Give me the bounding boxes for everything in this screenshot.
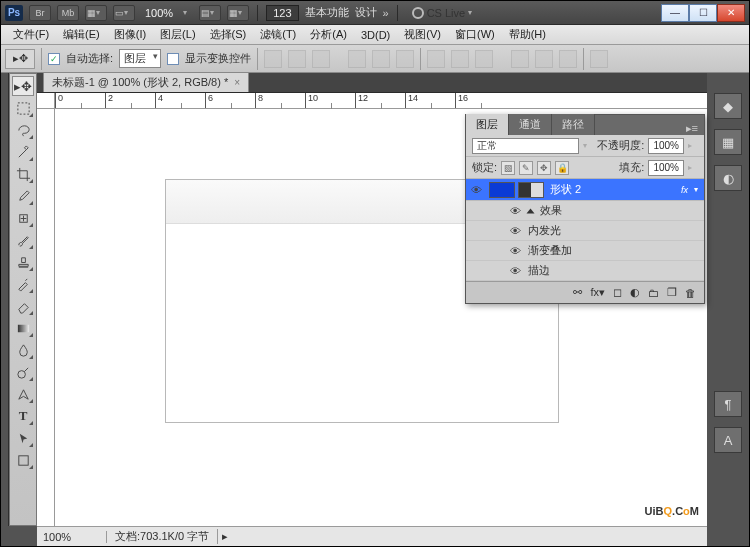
visibility-icon[interactable]: 👁 (510, 245, 524, 257)
screen-mode-button[interactable]: ▭▾ (113, 5, 135, 21)
pen-tool[interactable] (12, 384, 34, 404)
blend-mode-select[interactable]: 正常 (472, 138, 579, 154)
layer-style-icon[interactable]: fx▾ (590, 286, 605, 299)
wand-tool[interactable] (12, 142, 34, 162)
align-top-button[interactable] (264, 50, 282, 68)
menu-edit[interactable]: 编辑(E) (57, 25, 106, 44)
group-icon[interactable]: 🗀 (648, 287, 659, 299)
distribute-vcenter-button[interactable] (451, 50, 469, 68)
arrange-docs-button[interactable]: ▦▾ (85, 5, 107, 21)
panel-menu-icon[interactable]: ▸≡ (680, 122, 704, 135)
bridge-button[interactable]: Br (29, 5, 51, 21)
more-workspaces-icon[interactable]: » (383, 7, 389, 19)
type-tool[interactable]: T (12, 406, 34, 426)
ruler-vertical[interactable] (37, 109, 55, 526)
workspace-badge[interactable]: 123 (266, 5, 298, 21)
ruler-horizontal[interactable]: 0 2 4 6 8 10 12 14 16 (55, 93, 707, 109)
tab-channels[interactable]: 通道 (509, 114, 552, 135)
new-layer-icon[interactable]: ❐ (667, 286, 677, 299)
workspace-design[interactable]: 设计 (355, 5, 377, 20)
cslive-button[interactable]: CS Live▾ (412, 7, 479, 19)
eraser-tool[interactable] (12, 296, 34, 316)
document-tab[interactable]: 未标题-1 @ 100% (形状 2, RGB/8) * × (43, 72, 249, 92)
tab-layers[interactable]: 图层 (466, 114, 509, 135)
layer-row[interactable]: 👁 形状 2 fx ▾ (466, 179, 704, 201)
shape-tool[interactable] (12, 450, 34, 470)
visibility-icon[interactable]: 👁 (510, 225, 524, 237)
styles-icon[interactable]: ▦ (714, 129, 742, 155)
visibility-icon[interactable]: 👁 (510, 265, 524, 277)
menu-view[interactable]: 视图(V) (398, 25, 447, 44)
fill-arrow-icon[interactable]: ▸ (688, 163, 698, 172)
move-tool[interactable]: ▸✥ (12, 76, 34, 96)
status-zoom[interactable]: 100% (37, 531, 107, 543)
blur-tool[interactable] (12, 340, 34, 360)
menu-3d[interactable]: 3D(D) (355, 27, 396, 43)
menu-image[interactable]: 图像(I) (108, 25, 152, 44)
adjustments-icon[interactable]: ◐ (714, 165, 742, 191)
lock-all-icon[interactable]: 🔒 (555, 161, 569, 175)
lasso-tool[interactable] (12, 120, 34, 140)
link-layers-icon[interactable]: ⚯ (573, 286, 582, 299)
lock-position-icon[interactable]: ✥ (537, 161, 551, 175)
effect-inner-glow[interactable]: 👁 内发光 (466, 221, 704, 241)
move-tool-indicator-icon[interactable]: ▸✥ (5, 49, 35, 69)
visibility-icon[interactable]: 👁 (466, 184, 486, 196)
minibridge-button[interactable]: Mb (57, 5, 79, 21)
workspace-essentials[interactable]: 基本功能 (305, 5, 349, 20)
align-left-button[interactable] (348, 50, 366, 68)
adjustment-layer-icon[interactable]: ◐ (630, 286, 640, 299)
visibility-icon[interactable]: 👁 (510, 205, 524, 217)
align-bottom-button[interactable] (312, 50, 330, 68)
opacity-input[interactable]: 100% (648, 138, 684, 154)
layer-mask-icon[interactable]: ◻ (613, 286, 622, 299)
menu-filter[interactable]: 滤镜(T) (254, 25, 302, 44)
history-brush-tool[interactable] (12, 274, 34, 294)
status-docinfo[interactable]: 文档:703.1K/0 字节 (107, 529, 218, 544)
delete-layer-icon[interactable]: 🗑 (685, 287, 696, 299)
maximize-button[interactable]: ☐ (689, 4, 717, 22)
lock-pixels-icon[interactable]: ✎ (519, 161, 533, 175)
distribute-top-button[interactable] (427, 50, 445, 68)
layer-thumbnail[interactable] (489, 182, 515, 198)
stamp-tool[interactable] (12, 252, 34, 272)
lock-transparency-icon[interactable]: ▧ (501, 161, 515, 175)
view-extras-button[interactable]: ▤▾ (199, 5, 221, 21)
healing-tool[interactable] (12, 208, 34, 228)
zoom-value[interactable]: 100% (141, 7, 177, 19)
crop-tool[interactable] (12, 164, 34, 184)
menu-select[interactable]: 选择(S) (204, 25, 253, 44)
effects-collapse-icon[interactable] (527, 208, 535, 213)
layer-mask-thumbnail[interactable] (518, 182, 544, 198)
show-transform-checkbox[interactable] (167, 53, 179, 65)
dodge-tool[interactable] (12, 362, 34, 382)
swatches-icon[interactable]: ◆ (714, 93, 742, 119)
character-icon[interactable]: ¶ (714, 391, 742, 417)
zoom-dropdown-icon[interactable]: ▾ (183, 8, 193, 17)
distribute-bottom-button[interactable] (475, 50, 493, 68)
opacity-arrow-icon[interactable]: ▸ (688, 141, 698, 150)
menu-file[interactable]: 文件(F) (7, 25, 55, 44)
close-button[interactable]: ✕ (717, 4, 745, 22)
fx-badge[interactable]: fx (681, 185, 694, 195)
gradient-tool[interactable] (12, 318, 34, 338)
align-right-button[interactable] (396, 50, 414, 68)
fx-toggle-icon[interactable]: ▾ (694, 185, 704, 194)
blend-dropdown-icon[interactable]: ▾ (583, 141, 593, 150)
minimize-button[interactable]: — (661, 4, 689, 22)
menu-window[interactable]: 窗口(W) (449, 25, 501, 44)
marquee-tool[interactable] (12, 98, 34, 118)
distribute-left-button[interactable] (511, 50, 529, 68)
close-tab-icon[interactable]: × (234, 77, 240, 88)
auto-select-target[interactable]: 图层 (119, 49, 161, 68)
path-select-tool[interactable] (12, 428, 34, 448)
distribute-right-button[interactable] (559, 50, 577, 68)
menu-layer[interactable]: 图层(L) (154, 25, 201, 44)
align-vcenter-button[interactable] (288, 50, 306, 68)
tab-paths[interactable]: 路径 (552, 114, 595, 135)
paragraph-icon[interactable]: A (714, 427, 742, 453)
effects-row[interactable]: 👁 效果 (466, 201, 704, 221)
align-hcenter-button[interactable] (372, 50, 390, 68)
fill-input[interactable]: 100% (648, 160, 684, 176)
status-arrow-icon[interactable]: ▸ (218, 530, 232, 543)
